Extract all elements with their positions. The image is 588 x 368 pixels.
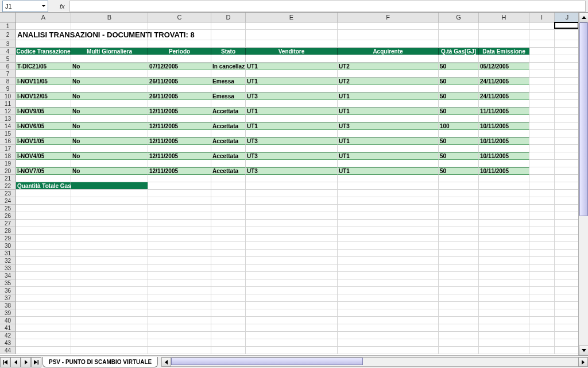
- cell[interactable]: [555, 48, 578, 55]
- cell[interactable]: [529, 294, 555, 302]
- row-header[interactable]: 25: [0, 205, 16, 212]
- cell[interactable]: [246, 182, 338, 190]
- cell[interactable]: [246, 175, 338, 182]
- cell[interactable]: [16, 190, 71, 197]
- cell[interactable]: [529, 235, 555, 242]
- cell[interactable]: [71, 197, 148, 205]
- cell[interactable]: [338, 190, 439, 197]
- cell[interactable]: T-DIC21/05: [16, 63, 71, 70]
- cell[interactable]: Stato: [211, 48, 246, 55]
- cell[interactable]: 50: [439, 78, 479, 85]
- cell[interactable]: [479, 302, 529, 309]
- row-header[interactable]: 27: [0, 220, 16, 227]
- cell[interactable]: [246, 272, 338, 279]
- column-header-J[interactable]: J: [555, 13, 578, 22]
- row-header[interactable]: 9: [0, 85, 16, 93]
- cell[interactable]: [439, 175, 479, 182]
- cell[interactable]: [529, 332, 555, 339]
- cell[interactable]: Acquirente: [338, 48, 439, 55]
- cell[interactable]: Venditore: [246, 48, 338, 55]
- cell[interactable]: [439, 100, 479, 108]
- cell[interactable]: [71, 130, 148, 137]
- cell[interactable]: No: [71, 93, 148, 100]
- cell[interactable]: [439, 40, 479, 48]
- cell[interactable]: [479, 145, 529, 152]
- cell[interactable]: I-NOV11/05: [16, 78, 71, 85]
- cell[interactable]: [338, 115, 439, 122]
- cell[interactable]: 10/11/2005: [479, 167, 529, 175]
- cell[interactable]: [148, 22, 211, 30]
- cell[interactable]: [439, 182, 479, 190]
- cell[interactable]: I-NOV7/05: [16, 167, 71, 175]
- cell[interactable]: [148, 242, 211, 250]
- row-header[interactable]: 22: [0, 182, 16, 190]
- cell[interactable]: [148, 257, 211, 264]
- cell[interactable]: [71, 190, 148, 197]
- cell[interactable]: [16, 115, 71, 122]
- spreadsheet-grid[interactable]: ABCDEFGHIJ 12345678910111213141516171819…: [0, 13, 578, 355]
- cell[interactable]: 11/11/2005: [479, 108, 529, 115]
- row-header[interactable]: 31: [0, 250, 16, 257]
- cell[interactable]: No: [71, 78, 148, 85]
- cell[interactable]: [338, 347, 439, 354]
- cell[interactable]: 50: [439, 63, 479, 70]
- cell[interactable]: [555, 272, 578, 279]
- cell[interactable]: [529, 205, 555, 212]
- cell[interactable]: [555, 242, 578, 250]
- cell[interactable]: [338, 205, 439, 212]
- cell[interactable]: [555, 55, 578, 63]
- cell[interactable]: [148, 302, 211, 309]
- cell[interactable]: [148, 279, 211, 287]
- cell[interactable]: [338, 160, 439, 167]
- cell[interactable]: [148, 205, 211, 212]
- cell[interactable]: [529, 257, 555, 264]
- cell[interactable]: [148, 160, 211, 167]
- cell[interactable]: [148, 227, 211, 235]
- cell[interactable]: [479, 30, 529, 40]
- row-header[interactable]: 33: [0, 264, 16, 272]
- cell[interactable]: [16, 347, 71, 354]
- cell[interactable]: [16, 332, 71, 339]
- cell[interactable]: [479, 235, 529, 242]
- cell[interactable]: [148, 212, 211, 220]
- cell[interactable]: [148, 55, 211, 63]
- formula-input[interactable]: [69, 1, 586, 12]
- cell[interactable]: [211, 115, 246, 122]
- cell[interactable]: [479, 294, 529, 302]
- cell[interactable]: [246, 190, 338, 197]
- cell[interactable]: [555, 93, 578, 100]
- cell[interactable]: [555, 287, 578, 294]
- cell[interactable]: [16, 279, 71, 287]
- cell[interactable]: [555, 160, 578, 167]
- cell[interactable]: [479, 332, 529, 339]
- cell[interactable]: [555, 227, 578, 235]
- row-header[interactable]: 40: [0, 317, 16, 324]
- cell[interactable]: UT1: [246, 108, 338, 115]
- cell[interactable]: [246, 309, 338, 317]
- cell[interactable]: [71, 40, 148, 48]
- cell[interactable]: [529, 145, 555, 152]
- cell[interactable]: [439, 70, 479, 78]
- cell[interactable]: [529, 122, 555, 130]
- cell[interactable]: [211, 100, 246, 108]
- cell[interactable]: [439, 115, 479, 122]
- cell[interactable]: [555, 250, 578, 257]
- cell[interactable]: [479, 227, 529, 235]
- cell[interactable]: UT1: [246, 63, 338, 70]
- row-header[interactable]: 41: [0, 324, 16, 332]
- cell[interactable]: [211, 190, 246, 197]
- cell[interactable]: [211, 175, 246, 182]
- cell[interactable]: [211, 324, 246, 332]
- cell[interactable]: [479, 100, 529, 108]
- cell[interactable]: [439, 22, 479, 30]
- row-header[interactable]: 11: [0, 100, 16, 108]
- cell[interactable]: 100: [439, 122, 479, 130]
- cell[interactable]: 10/11/2005: [479, 122, 529, 130]
- cell[interactable]: [439, 332, 479, 339]
- cell[interactable]: [16, 235, 71, 242]
- cell[interactable]: [211, 197, 246, 205]
- cell[interactable]: [479, 257, 529, 264]
- cell[interactable]: [148, 115, 211, 122]
- cell[interactable]: [211, 85, 246, 93]
- cell[interactable]: [246, 40, 338, 48]
